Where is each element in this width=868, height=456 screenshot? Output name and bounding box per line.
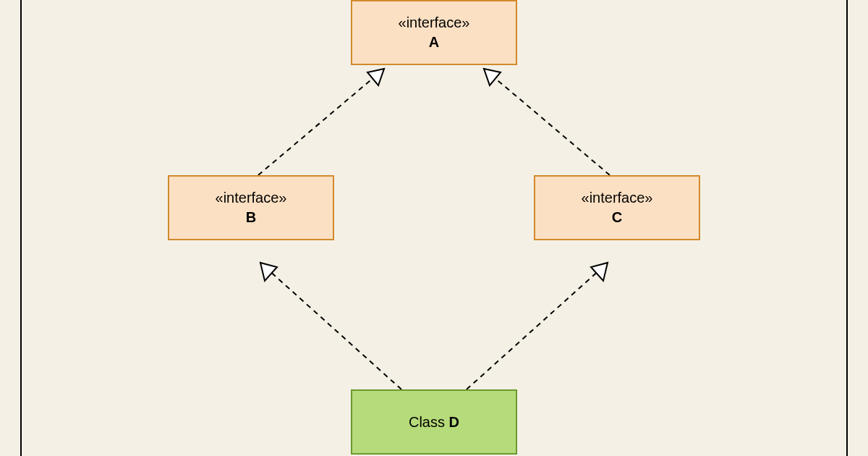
interface-c: «interface» C <box>534 175 700 240</box>
interface-c-stereotype: «interface» <box>582 188 653 208</box>
interface-b: «interface» B <box>168 175 334 240</box>
class-d: Class D <box>351 389 517 455</box>
interface-a: «interface» A <box>351 0 517 65</box>
interface-a-name: A <box>429 33 439 52</box>
interface-b-stereotype: «interface» <box>216 188 287 208</box>
class-d-name: D <box>449 414 459 430</box>
class-d-prefix: Class <box>409 414 449 430</box>
diagram-frame <box>20 0 848 456</box>
interface-a-stereotype: «interface» <box>399 13 470 33</box>
interface-c-name: C <box>612 208 622 227</box>
class-d-label: Class D <box>409 413 459 432</box>
interface-b-name: B <box>246 208 256 227</box>
